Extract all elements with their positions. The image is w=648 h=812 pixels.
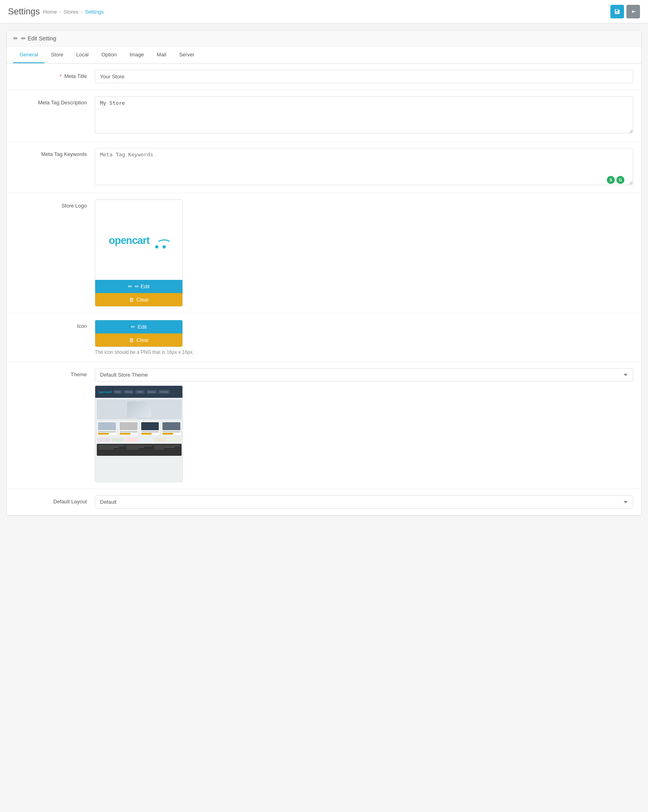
icon-label: Icon [15, 320, 95, 329]
theme-content [95, 398, 183, 457]
theme-hero [97, 399, 182, 419]
theme-select[interactable]: Default Store Theme [95, 368, 633, 381]
meta-keywords-field: S G [95, 148, 633, 186]
icon-row: Icon ✏ Edit 🗑 Clear The icon should be a… [7, 313, 641, 362]
icon-box: ✏ Edit 🗑 Clear [95, 320, 183, 347]
theme-product-3 [140, 421, 160, 436]
form-body: * Meta Title Meta Tag Description My Sto… [7, 64, 641, 515]
theme-footer [97, 444, 182, 456]
theme-hero-img [127, 401, 151, 417]
settings-card: ✏ ✏ Edit Setting General Store Local Opt… [6, 30, 642, 516]
breadcrumb-settings[interactable]: Settings [85, 9, 104, 15]
meta-description-input[interactable]: My Store [95, 96, 633, 134]
theme-preview: opencart Home Phones Tablets Desktop Cam… [95, 385, 183, 482]
theme-row: Theme Default Store Theme opencart [7, 362, 641, 489]
default-layout-row: Default Layout Default [7, 489, 641, 515]
logo-clear-button[interactable]: 🗑 Clear [95, 293, 182, 306]
theme-product-1 [97, 421, 117, 436]
breadcrumb-home[interactable]: Home [43, 9, 57, 15]
card-header: ✏ ✏ Edit Setting [7, 30, 641, 47]
icon-edit-button[interactable]: ✏ Edit [95, 320, 182, 333]
store-logo-box: opencart ✏ ✏ Edit 🗑 [95, 200, 183, 307]
meta-description-label: Meta Tag Description [15, 96, 95, 106]
store-logo-field: opencart ✏ ✏ Edit 🗑 [95, 200, 633, 307]
theme-product-2 [118, 421, 139, 436]
theme-select-wrapper: Default Store Theme [95, 368, 633, 381]
theme-nav-links: Home Phones Tablets Desktop Cameras [114, 390, 170, 394]
svg-point-1 [155, 245, 158, 249]
tab-local[interactable]: Local [70, 47, 95, 63]
tab-image[interactable]: Image [123, 47, 150, 63]
theme-brands [97, 437, 182, 442]
meta-title-input[interactable] [95, 70, 633, 83]
theme-preview-inner: opencart Home Phones Tablets Desktop Cam… [95, 386, 183, 482]
spell-check-icon[interactable]: S [607, 176, 615, 184]
card-header-label: ✏ Edit Setting [21, 35, 56, 42]
breadcrumb-stores[interactable]: Stores [64, 9, 79, 15]
trash-icon-2: 🗑 [129, 337, 134, 343]
trash-icon: 🗑 [129, 297, 134, 303]
meta-title-label: * Meta Title [15, 70, 95, 79]
default-layout-select-wrapper: Default [95, 495, 633, 509]
store-logo-preview: opencart [95, 200, 183, 280]
edit-setting-icon: ✏ [13, 35, 18, 42]
header-actions [610, 5, 640, 18]
page-header: Settings Home › Stores › Settings [0, 0, 648, 24]
meta-description-field: My Store [95, 96, 633, 135]
page-title: Settings [8, 6, 40, 17]
meta-description-row: Meta Tag Description My Store [7, 90, 641, 142]
meta-keywords-label: Meta Tag Keywords [15, 148, 95, 157]
icon-field: ✏ Edit 🗑 Clear The icon should be a PNG … [95, 320, 633, 355]
theme-label: Theme [15, 368, 95, 377]
tab-option[interactable]: Option [95, 47, 123, 63]
store-logo-label: Store Logo [15, 200, 95, 209]
tab-server[interactable]: Server [173, 47, 201, 63]
logo-edit-button[interactable]: ✏ ✏ Edit [95, 280, 182, 293]
back-button[interactable] [626, 5, 640, 18]
tab-store[interactable]: Store [44, 47, 70, 63]
textarea-icons: S G [607, 176, 624, 184]
default-layout-field: Default [95, 495, 633, 509]
icon-clear-button[interactable]: 🗑 Clear [95, 333, 182, 347]
pencil-icon-2: ✏ [131, 324, 135, 330]
svg-text:opencart: opencart [109, 235, 150, 246]
default-layout-select[interactable]: Default [95, 495, 633, 509]
meta-keywords-row: Meta Tag Keywords S G [7, 142, 641, 193]
store-logo-row: Store Logo opencart [7, 193, 641, 313]
theme-field: Default Store Theme opencart Home Phones… [95, 368, 633, 482]
meta-keywords-wrapper: S G [95, 148, 633, 186]
meta-title-row: * Meta Title [7, 64, 641, 90]
save-button[interactable] [610, 5, 624, 18]
grammar-check-icon[interactable]: G [616, 176, 624, 184]
tabs-container: General Store Local Option Image Mail Se… [7, 47, 641, 64]
icon-help-text: The icon should be a PNG that is 16px x … [95, 349, 633, 355]
theme-nav: opencart Home Phones Tablets Desktop Cam… [95, 386, 183, 398]
svg-point-2 [162, 245, 166, 249]
theme-products [97, 421, 182, 436]
breadcrumb: Home › Stores › Settings [43, 9, 104, 15]
header-left: Settings Home › Stores › Settings [8, 6, 104, 17]
pencil-icon: ✏ [128, 283, 132, 289]
meta-title-field [95, 70, 633, 83]
opencart-logo: opencart [107, 230, 171, 249]
theme-product-4 [161, 421, 182, 436]
tab-mail[interactable]: Mail [150, 47, 173, 63]
tab-general[interactable]: General [13, 47, 44, 63]
default-layout-label: Default Layout [15, 495, 95, 505]
meta-keywords-input[interactable] [95, 148, 633, 185]
